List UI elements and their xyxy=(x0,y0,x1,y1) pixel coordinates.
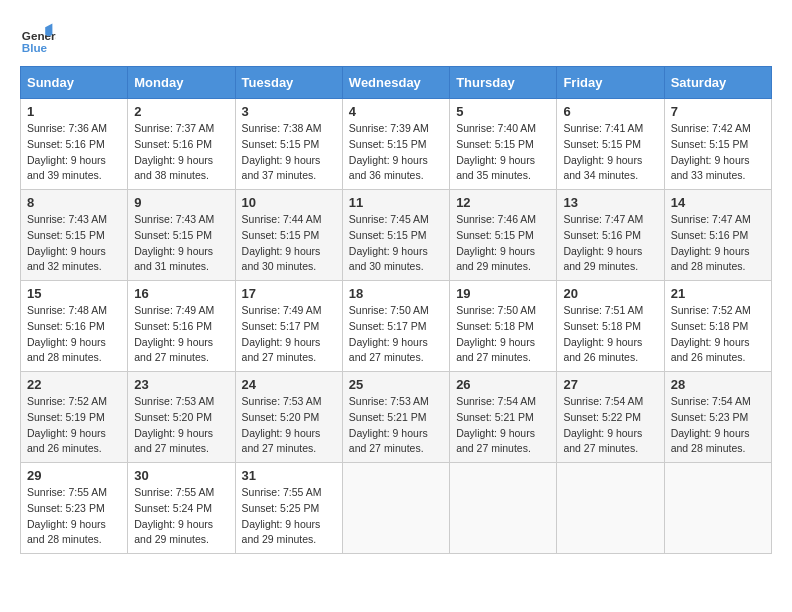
calendar-cell: 19 Sunrise: 7:50 AMSunset: 5:18 PMDaylig… xyxy=(450,281,557,372)
calendar-week-4: 22 Sunrise: 7:52 AMSunset: 5:19 PMDaylig… xyxy=(21,372,772,463)
day-detail: Sunrise: 7:54 AMSunset: 5:23 PMDaylight:… xyxy=(671,395,751,454)
day-number: 4 xyxy=(349,104,443,119)
day-number: 10 xyxy=(242,195,336,210)
calendar-cell: 3 Sunrise: 7:38 AMSunset: 5:15 PMDayligh… xyxy=(235,99,342,190)
calendar-cell: 7 Sunrise: 7:42 AMSunset: 5:15 PMDayligh… xyxy=(664,99,771,190)
day-detail: Sunrise: 7:55 AMSunset: 5:25 PMDaylight:… xyxy=(242,486,322,545)
day-number: 27 xyxy=(563,377,657,392)
day-number: 31 xyxy=(242,468,336,483)
day-number: 18 xyxy=(349,286,443,301)
calendar-cell: 21 Sunrise: 7:52 AMSunset: 5:18 PMDaylig… xyxy=(664,281,771,372)
calendar-cell xyxy=(557,463,664,554)
day-detail: Sunrise: 7:49 AMSunset: 5:16 PMDaylight:… xyxy=(134,304,214,363)
day-number: 30 xyxy=(134,468,228,483)
weekday-header-sunday: Sunday xyxy=(21,67,128,99)
day-detail: Sunrise: 7:36 AMSunset: 5:16 PMDaylight:… xyxy=(27,122,107,181)
day-number: 8 xyxy=(27,195,121,210)
day-number: 1 xyxy=(27,104,121,119)
calendar-cell: 23 Sunrise: 7:53 AMSunset: 5:20 PMDaylig… xyxy=(128,372,235,463)
calendar-cell: 16 Sunrise: 7:49 AMSunset: 5:16 PMDaylig… xyxy=(128,281,235,372)
calendar-cell: 30 Sunrise: 7:55 AMSunset: 5:24 PMDaylig… xyxy=(128,463,235,554)
day-number: 7 xyxy=(671,104,765,119)
day-number: 25 xyxy=(349,377,443,392)
day-detail: Sunrise: 7:55 AMSunset: 5:23 PMDaylight:… xyxy=(27,486,107,545)
day-detail: Sunrise: 7:52 AMSunset: 5:19 PMDaylight:… xyxy=(27,395,107,454)
calendar-cell xyxy=(450,463,557,554)
day-detail: Sunrise: 7:42 AMSunset: 5:15 PMDaylight:… xyxy=(671,122,751,181)
weekday-header-monday: Monday xyxy=(128,67,235,99)
calendar-cell: 20 Sunrise: 7:51 AMSunset: 5:18 PMDaylig… xyxy=(557,281,664,372)
day-detail: Sunrise: 7:37 AMSunset: 5:16 PMDaylight:… xyxy=(134,122,214,181)
day-detail: Sunrise: 7:40 AMSunset: 5:15 PMDaylight:… xyxy=(456,122,536,181)
day-detail: Sunrise: 7:43 AMSunset: 5:15 PMDaylight:… xyxy=(134,213,214,272)
calendar-week-2: 8 Sunrise: 7:43 AMSunset: 5:15 PMDayligh… xyxy=(21,190,772,281)
day-detail: Sunrise: 7:44 AMSunset: 5:15 PMDaylight:… xyxy=(242,213,322,272)
calendar-cell: 6 Sunrise: 7:41 AMSunset: 5:15 PMDayligh… xyxy=(557,99,664,190)
day-detail: Sunrise: 7:46 AMSunset: 5:15 PMDaylight:… xyxy=(456,213,536,272)
logo: General Blue xyxy=(20,20,60,56)
day-number: 14 xyxy=(671,195,765,210)
calendar-cell: 15 Sunrise: 7:48 AMSunset: 5:16 PMDaylig… xyxy=(21,281,128,372)
day-detail: Sunrise: 7:45 AMSunset: 5:15 PMDaylight:… xyxy=(349,213,429,272)
calendar-week-5: 29 Sunrise: 7:55 AMSunset: 5:23 PMDaylig… xyxy=(21,463,772,554)
day-detail: Sunrise: 7:39 AMSunset: 5:15 PMDaylight:… xyxy=(349,122,429,181)
day-detail: Sunrise: 7:47 AMSunset: 5:16 PMDaylight:… xyxy=(563,213,643,272)
day-detail: Sunrise: 7:53 AMSunset: 5:20 PMDaylight:… xyxy=(134,395,214,454)
day-number: 17 xyxy=(242,286,336,301)
calendar-cell: 27 Sunrise: 7:54 AMSunset: 5:22 PMDaylig… xyxy=(557,372,664,463)
calendar-cell: 11 Sunrise: 7:45 AMSunset: 5:15 PMDaylig… xyxy=(342,190,449,281)
day-number: 6 xyxy=(563,104,657,119)
day-number: 3 xyxy=(242,104,336,119)
calendar-cell: 29 Sunrise: 7:55 AMSunset: 5:23 PMDaylig… xyxy=(21,463,128,554)
day-number: 26 xyxy=(456,377,550,392)
day-detail: Sunrise: 7:54 AMSunset: 5:22 PMDaylight:… xyxy=(563,395,643,454)
calendar-week-1: 1 Sunrise: 7:36 AMSunset: 5:16 PMDayligh… xyxy=(21,99,772,190)
day-number: 23 xyxy=(134,377,228,392)
calendar-cell: 2 Sunrise: 7:37 AMSunset: 5:16 PMDayligh… xyxy=(128,99,235,190)
calendar-cell: 18 Sunrise: 7:50 AMSunset: 5:17 PMDaylig… xyxy=(342,281,449,372)
day-detail: Sunrise: 7:50 AMSunset: 5:18 PMDaylight:… xyxy=(456,304,536,363)
day-number: 19 xyxy=(456,286,550,301)
day-number: 29 xyxy=(27,468,121,483)
calendar-cell: 24 Sunrise: 7:53 AMSunset: 5:20 PMDaylig… xyxy=(235,372,342,463)
calendar-cell: 5 Sunrise: 7:40 AMSunset: 5:15 PMDayligh… xyxy=(450,99,557,190)
weekday-header-tuesday: Tuesday xyxy=(235,67,342,99)
day-number: 12 xyxy=(456,195,550,210)
calendar-cell xyxy=(664,463,771,554)
day-detail: Sunrise: 7:50 AMSunset: 5:17 PMDaylight:… xyxy=(349,304,429,363)
day-number: 16 xyxy=(134,286,228,301)
calendar-cell: 25 Sunrise: 7:53 AMSunset: 5:21 PMDaylig… xyxy=(342,372,449,463)
weekday-header-wednesday: Wednesday xyxy=(342,67,449,99)
day-number: 28 xyxy=(671,377,765,392)
day-detail: Sunrise: 7:53 AMSunset: 5:21 PMDaylight:… xyxy=(349,395,429,454)
logo-icon: General Blue xyxy=(20,20,56,56)
day-detail: Sunrise: 7:52 AMSunset: 5:18 PMDaylight:… xyxy=(671,304,751,363)
day-number: 21 xyxy=(671,286,765,301)
day-detail: Sunrise: 7:48 AMSunset: 5:16 PMDaylight:… xyxy=(27,304,107,363)
calendar-cell: 8 Sunrise: 7:43 AMSunset: 5:15 PMDayligh… xyxy=(21,190,128,281)
day-number: 24 xyxy=(242,377,336,392)
weekday-header-friday: Friday xyxy=(557,67,664,99)
calendar-cell: 4 Sunrise: 7:39 AMSunset: 5:15 PMDayligh… xyxy=(342,99,449,190)
day-number: 5 xyxy=(456,104,550,119)
weekday-header-thursday: Thursday xyxy=(450,67,557,99)
day-detail: Sunrise: 7:38 AMSunset: 5:15 PMDaylight:… xyxy=(242,122,322,181)
weekday-header-saturday: Saturday xyxy=(664,67,771,99)
day-number: 2 xyxy=(134,104,228,119)
day-number: 15 xyxy=(27,286,121,301)
day-number: 22 xyxy=(27,377,121,392)
day-detail: Sunrise: 7:53 AMSunset: 5:20 PMDaylight:… xyxy=(242,395,322,454)
day-number: 13 xyxy=(563,195,657,210)
calendar-cell: 17 Sunrise: 7:49 AMSunset: 5:17 PMDaylig… xyxy=(235,281,342,372)
day-detail: Sunrise: 7:51 AMSunset: 5:18 PMDaylight:… xyxy=(563,304,643,363)
day-number: 9 xyxy=(134,195,228,210)
day-detail: Sunrise: 7:54 AMSunset: 5:21 PMDaylight:… xyxy=(456,395,536,454)
day-detail: Sunrise: 7:49 AMSunset: 5:17 PMDaylight:… xyxy=(242,304,322,363)
calendar-cell: 13 Sunrise: 7:47 AMSunset: 5:16 PMDaylig… xyxy=(557,190,664,281)
day-detail: Sunrise: 7:41 AMSunset: 5:15 PMDaylight:… xyxy=(563,122,643,181)
day-detail: Sunrise: 7:47 AMSunset: 5:16 PMDaylight:… xyxy=(671,213,751,272)
day-detail: Sunrise: 7:55 AMSunset: 5:24 PMDaylight:… xyxy=(134,486,214,545)
calendar-cell: 12 Sunrise: 7:46 AMSunset: 5:15 PMDaylig… xyxy=(450,190,557,281)
calendar-cell: 22 Sunrise: 7:52 AMSunset: 5:19 PMDaylig… xyxy=(21,372,128,463)
calendar-cell: 31 Sunrise: 7:55 AMSunset: 5:25 PMDaylig… xyxy=(235,463,342,554)
